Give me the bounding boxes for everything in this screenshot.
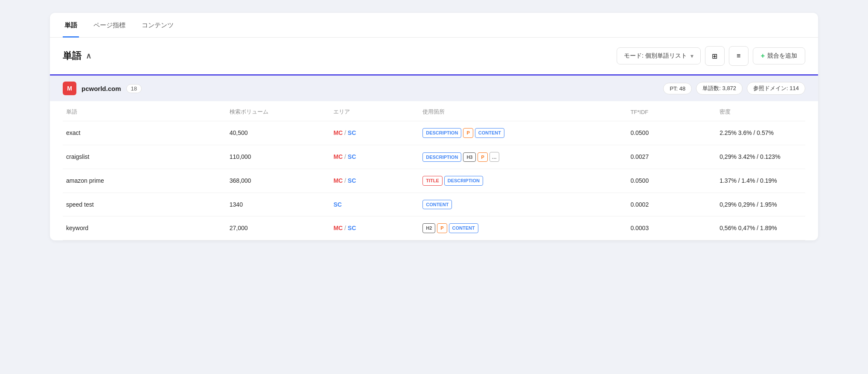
chevron-down-icon: ▾ bbox=[690, 53, 693, 59]
tab-bar: 単語 ページ指標 コンテンツ bbox=[50, 13, 818, 38]
site-name: pcworld.com bbox=[82, 85, 121, 92]
tag-p: P bbox=[478, 152, 487, 162]
cell-word: keyword bbox=[63, 216, 226, 240]
grid-view-button[interactable]: ⊞ bbox=[705, 46, 725, 66]
cell-area: MC / SC bbox=[330, 216, 419, 240]
cell-area: MC / SC bbox=[330, 121, 419, 145]
site-row: M pcworld.com 18 PT: 48 単語数: 3,872 参照ドメイ… bbox=[50, 74, 818, 101]
cell-tfidf: 0.0500 bbox=[627, 169, 716, 193]
words-badge: 単語数: 3,872 bbox=[696, 82, 743, 95]
site-info: M pcworld.com 18 bbox=[63, 82, 142, 95]
pt-badge: PT: 48 bbox=[663, 83, 692, 94]
mc-label: MC bbox=[333, 129, 343, 136]
cell-word: speed test bbox=[63, 193, 226, 216]
sc-label: SC bbox=[348, 177, 356, 184]
cell-word: amazon prime bbox=[63, 169, 226, 193]
add-label: 競合を追加 bbox=[767, 52, 797, 60]
tag-content: CONTENT bbox=[475, 128, 504, 138]
cell-word: exact bbox=[63, 121, 226, 145]
cell-usage: DESCRIPTIONH3P... bbox=[419, 145, 627, 169]
cell-density: 0,29% 3.42% / 0.123% bbox=[716, 145, 805, 169]
col-header-usage: 使用箇所 bbox=[419, 101, 627, 121]
mc-label: MC bbox=[333, 153, 343, 160]
tag-h3: H3 bbox=[463, 152, 476, 162]
site-logo: M bbox=[63, 82, 76, 95]
sc-label: SC bbox=[348, 129, 356, 136]
site-stats: PT: 48 単語数: 3,872 参照ドメイン: 114 bbox=[663, 82, 805, 95]
tag-...: ... bbox=[489, 152, 499, 162]
cell-volume: 40,500 bbox=[226, 121, 330, 145]
collapse-icon[interactable]: ∧ bbox=[86, 51, 91, 61]
add-competitor-button[interactable]: + 競合を追加 bbox=[753, 47, 805, 64]
mc-label: MC bbox=[333, 177, 343, 184]
tag-title: TITLE bbox=[422, 176, 443, 186]
table-row: amazon prime368,000MC / SCTITLEDESCRIPTI… bbox=[63, 169, 805, 193]
cell-area: SC bbox=[330, 193, 419, 216]
cell-density: 1.37% / 1.4% / 0.19% bbox=[716, 169, 805, 193]
cell-word: craigslist bbox=[63, 145, 226, 169]
tab-tanго[interactable]: 単語 bbox=[63, 13, 79, 38]
filter-button[interactable]: ≡ bbox=[729, 46, 749, 66]
sc-label: SC bbox=[348, 153, 356, 160]
cell-area: MC / SC bbox=[330, 145, 419, 169]
title-text: 単語 bbox=[63, 50, 82, 62]
section-title: 単語 ∧ bbox=[63, 50, 91, 62]
cell-usage: H2PCONTENT bbox=[419, 216, 627, 240]
keyword-table: 単語 検索ボリューム エリア 使用箇所 TF*IDF 密度 exact40,50… bbox=[63, 101, 805, 240]
tab-content[interactable]: コンテンツ bbox=[140, 13, 175, 38]
toolbar: 単語 ∧ モード: 個別単語リスト ▾ ⊞ ≡ + 競合を追加 bbox=[50, 38, 818, 74]
cell-usage: TITLEDESCRIPTION bbox=[419, 169, 627, 193]
cell-volume: 27,000 bbox=[226, 216, 330, 240]
cell-density: 0,56% 0,47% / 1.89% bbox=[716, 216, 805, 240]
cell-tfidf: 0.0500 bbox=[627, 121, 716, 145]
tag-h2: H2 bbox=[422, 223, 435, 233]
sc-label: SC bbox=[333, 201, 341, 208]
col-header-area: エリア bbox=[330, 101, 419, 121]
table-row: keyword27,000MC / SCH2PCONTENT0.00030,56… bbox=[63, 216, 805, 240]
cell-usage: CONTENT bbox=[419, 193, 627, 216]
cell-usage: DESCRIPTIONPCONTENT bbox=[419, 121, 627, 145]
cell-tfidf: 0.0027 bbox=[627, 145, 716, 169]
mode-label: モード: 個別単語リスト bbox=[624, 52, 687, 60]
tag-content: CONTENT bbox=[422, 200, 452, 210]
plus-icon: + bbox=[761, 52, 765, 60]
site-count: 18 bbox=[126, 84, 142, 93]
table-row: speed test1340SCCONTENT0.00020,29% 0,29%… bbox=[63, 193, 805, 216]
tab-page[interactable]: ページ指標 bbox=[92, 13, 127, 38]
tag-description: DESCRIPTION bbox=[422, 128, 461, 138]
sc-label: SC bbox=[348, 225, 356, 231]
col-header-word: 単語 bbox=[63, 101, 226, 121]
cell-tfidf: 0.0002 bbox=[627, 193, 716, 216]
domains-badge: 参照ドメイン: 114 bbox=[747, 82, 805, 95]
mode-dropdown[interactable]: モード: 個別単語リスト ▾ bbox=[617, 47, 701, 64]
tag-p: P bbox=[437, 223, 447, 233]
grid-icon: ⊞ bbox=[712, 52, 717, 60]
cell-volume: 368,000 bbox=[226, 169, 330, 193]
col-header-tfidf: TF*IDF bbox=[627, 101, 716, 121]
mc-label: MC bbox=[333, 225, 343, 231]
cell-tfidf: 0.0003 bbox=[627, 216, 716, 240]
table-header-row: 単語 検索ボリューム エリア 使用箇所 TF*IDF 密度 bbox=[63, 101, 805, 121]
keyword-table-container: 単語 検索ボリューム エリア 使用箇所 TF*IDF 密度 exact40,50… bbox=[50, 101, 818, 240]
col-header-density: 密度 bbox=[716, 101, 805, 121]
cell-volume: 1340 bbox=[226, 193, 330, 216]
cell-volume: 110,000 bbox=[226, 145, 330, 169]
col-header-volume: 検索ボリューム bbox=[226, 101, 330, 121]
table-row: craigslist110,000MC / SCDESCRIPTIONH3P..… bbox=[63, 145, 805, 169]
table-row: exact40,500MC / SCDESCRIPTIONPCONTENT0.0… bbox=[63, 121, 805, 145]
tag-p: P bbox=[463, 128, 473, 138]
cell-area: MC / SC bbox=[330, 169, 419, 193]
tag-content: CONTENT bbox=[449, 223, 478, 233]
filter-icon: ≡ bbox=[737, 52, 740, 60]
cell-density: 2.25% 3.6% / 0.57% bbox=[716, 121, 805, 145]
main-card: 単語 ページ指標 コンテンツ 単語 ∧ モード: 個別単語リスト ▾ ⊞ ≡ +… bbox=[50, 13, 818, 240]
tag-description: DESCRIPTION bbox=[444, 176, 483, 186]
cell-density: 0,29% 0,29% / 1.95% bbox=[716, 193, 805, 216]
toolbar-actions: モード: 個別単語リスト ▾ ⊞ ≡ + 競合を追加 bbox=[617, 46, 805, 66]
tag-description: DESCRIPTION bbox=[422, 152, 461, 162]
